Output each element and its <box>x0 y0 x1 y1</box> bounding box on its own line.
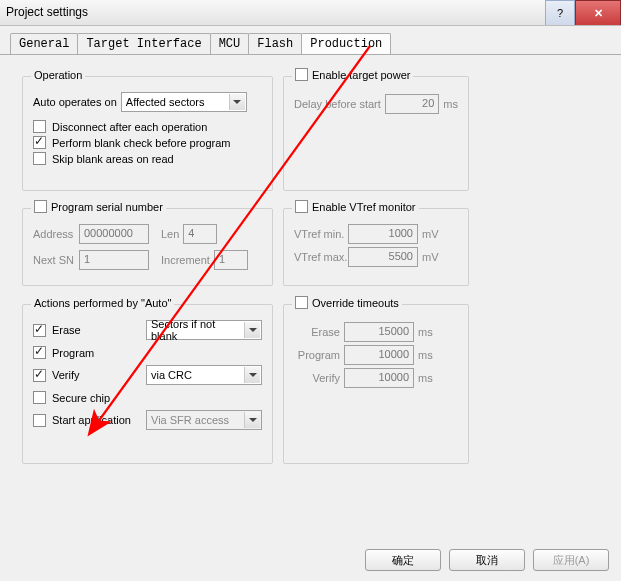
ok-button[interactable]: 确定 <box>365 549 441 571</box>
serial-label: Program serial number <box>51 201 163 213</box>
start-app-checkbox[interactable] <box>33 414 46 427</box>
delay-input[interactable]: 20 <box>385 94 440 114</box>
program-checkbox[interactable] <box>33 346 46 359</box>
timeout-program-unit: ms <box>418 349 433 361</box>
verify-checkbox[interactable] <box>33 369 46 382</box>
chevron-down-icon <box>229 94 245 110</box>
vtref-max-unit: mV <box>422 251 439 263</box>
timeouts-checkbox[interactable] <box>295 296 308 309</box>
next-sn-input[interactable]: 1 <box>79 250 149 270</box>
erase-mode-select[interactable]: Sectors if not blank <box>146 320 262 340</box>
dialog-buttons: 确定 取消 应用(A) <box>365 549 609 571</box>
auto-operates-row: Auto operates on Affected sectors <box>33 92 262 112</box>
tab-target-interface[interactable]: Target Interface <box>77 33 210 54</box>
group-vtref: Enable VTref monitor VTref min. 1000 mV … <box>283 208 469 286</box>
timeout-verify-label: Verify <box>294 372 340 384</box>
timeout-erase-input[interactable]: 15000 <box>344 322 414 342</box>
delay-unit: ms <box>443 98 458 110</box>
tab-mcu[interactable]: MCU <box>210 33 250 54</box>
increment-label: Increment <box>161 254 210 266</box>
timeout-program-input[interactable]: 10000 <box>344 345 414 365</box>
start-app-mode-value: Via SFR access <box>151 414 229 426</box>
address-label: Address <box>33 228 75 240</box>
target-power-caption: Enable target power <box>292 68 413 81</box>
timeouts-caption: Override timeouts <box>292 296 402 309</box>
start-app-label: Start application <box>52 414 131 426</box>
vtref-max-input[interactable]: 5500 <box>348 247 418 267</box>
skip-blank-checkbox[interactable] <box>33 152 46 165</box>
vtref-min-unit: mV <box>422 228 439 240</box>
client-area: General Target Interface MCU Flash Produ… <box>0 26 621 581</box>
len-label: Len <box>161 228 179 240</box>
tab-flash[interactable]: Flash <box>248 33 302 54</box>
len-input[interactable]: 4 <box>183 224 217 244</box>
group-operation-caption: Operation <box>31 69 85 81</box>
start-app-mode-select[interactable]: Via SFR access <box>146 410 262 430</box>
verify-mode-value: via CRC <box>151 369 192 381</box>
timeout-verify-input[interactable]: 10000 <box>344 368 414 388</box>
group-target-power: Enable target power Delay before start 2… <box>283 76 469 191</box>
apply-button[interactable]: 应用(A) <box>533 549 609 571</box>
tab-production[interactable]: Production <box>301 33 391 55</box>
vtref-max-label: VTref max. <box>294 251 344 263</box>
vtref-caption: Enable VTref monitor <box>292 200 419 213</box>
tab-strip: General Target Interface MCU Flash Produ… <box>10 32 390 54</box>
disconnect-checkbox[interactable] <box>33 120 46 133</box>
group-timeouts: Override timeouts Erase 15000 ms Program… <box>283 304 469 464</box>
delay-label: Delay before start <box>294 98 381 110</box>
auto-operates-select[interactable]: Affected sectors <box>121 92 247 112</box>
blank-check-label: Perform blank check before program <box>52 137 231 149</box>
window-title: Project settings <box>0 0 94 25</box>
verify-mode-select[interactable]: via CRC <box>146 365 262 385</box>
disconnect-label: Disconnect after each operation <box>52 121 207 133</box>
actions-caption: Actions performed by "Auto" <box>31 297 174 309</box>
erase-checkbox[interactable] <box>33 324 46 337</box>
tab-underline <box>0 54 621 55</box>
erase-mode-value: Sectors if not blank <box>151 318 243 342</box>
titlebar: Project settings ? ✕ <box>0 0 621 26</box>
timeouts-label: Override timeouts <box>312 297 399 309</box>
timeout-verify-unit: ms <box>418 372 433 384</box>
group-serial: Program serial number Address 00000000 L… <box>22 208 273 286</box>
verify-label: Verify <box>52 369 80 381</box>
timeout-erase-label: Erase <box>294 326 340 338</box>
chevron-down-icon <box>244 322 260 338</box>
next-sn-label: Next SN <box>33 254 75 266</box>
auto-operates-value: Affected sectors <box>126 96 205 108</box>
skip-blank-label: Skip blank areas on read <box>52 153 174 165</box>
close-button[interactable]: ✕ <box>575 0 621 25</box>
vtref-min-input[interactable]: 1000 <box>348 224 418 244</box>
erase-label: Erase <box>52 324 81 336</box>
tab-general[interactable]: General <box>10 33 78 54</box>
vtref-min-label: VTref min. <box>294 228 344 240</box>
auto-operates-label: Auto operates on <box>33 96 117 108</box>
secure-chip-checkbox[interactable] <box>33 391 46 404</box>
vtref-label: Enable VTref monitor <box>312 201 416 213</box>
target-power-label: Enable target power <box>312 69 410 81</box>
program-label: Program <box>52 347 94 359</box>
vtref-checkbox[interactable] <box>295 200 308 213</box>
cancel-button[interactable]: 取消 <box>449 549 525 571</box>
window-buttons: ? ✕ <box>545 0 621 25</box>
target-power-checkbox[interactable] <box>295 68 308 81</box>
help-button[interactable]: ? <box>545 0 575 25</box>
timeout-erase-unit: ms <box>418 326 433 338</box>
chevron-down-icon <box>244 412 260 428</box>
timeout-program-label: Program <box>294 349 340 361</box>
address-input[interactable]: 00000000 <box>79 224 149 244</box>
blank-check-checkbox[interactable] <box>33 136 46 149</box>
secure-chip-label: Secure chip <box>52 392 110 404</box>
serial-checkbox[interactable] <box>34 200 47 213</box>
group-actions: Actions performed by "Auto" Erase Sector… <box>22 304 273 464</box>
group-operation: Operation Auto operates on Affected sect… <box>22 76 273 191</box>
chevron-down-icon <box>244 367 260 383</box>
serial-caption: Program serial number <box>31 200 166 213</box>
increment-input[interactable]: 1 <box>214 250 248 270</box>
